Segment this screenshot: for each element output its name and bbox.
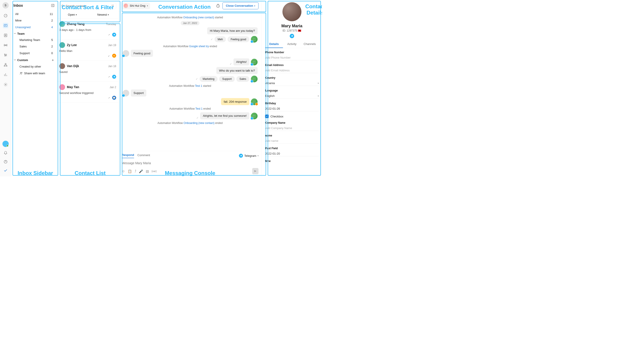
dashboard-icon[interactable] (3, 13, 8, 18)
details-tab-details[interactable]: Details (265, 41, 283, 48)
message-bubble: Support (131, 90, 146, 97)
contact-detail-avatar (282, 2, 302, 21)
name-field[interactable]: Add name (265, 138, 319, 144)
conversation-item[interactable]: Zy LeeJan 19 Hello Man ↙✦ (57, 40, 118, 61)
past-field[interactable]: 2022-01-20 (265, 151, 319, 156)
svg-rect-1 (4, 24, 7, 27)
date-divider: Jan 27, 2022 (181, 21, 200, 25)
quick-reply[interactable]: Feeling good (228, 37, 249, 42)
email-field[interactable]: Add Email Address (265, 68, 319, 73)
inbox-item-support[interactable]: Support0 (18, 50, 55, 56)
workflows-icon[interactable] (3, 52, 8, 58)
details-tab-channels[interactable]: Channels (301, 41, 319, 48)
tab-newest[interactable]: Newest ▾ (88, 11, 118, 19)
contact-details-panel: Mary Maria ID: 1297375 🇦🇱 Details Activi… (262, 0, 322, 177)
contact-msg-avatar (122, 50, 129, 57)
mic-icon[interactable]: 🎤 (139, 169, 143, 173)
broadcast-icon[interactable] (3, 43, 8, 48)
message-list: Automation Workflow Onboarding (new cont… (118, 12, 262, 151)
contact-list: Open ▾ Newest ▾ Zheng YangTuesday 3 days… (57, 0, 118, 177)
conversation-item[interactable]: Zheng YangTuesday 3 days ago - 1 days fr… (57, 19, 118, 40)
notifications-icon[interactable] (3, 150, 8, 156)
nav-rail: S (0, 0, 11, 177)
inbox-item-all[interactable]: All11 (14, 11, 55, 17)
add-custom-inbox-icon[interactable]: ＋ (51, 58, 54, 62)
inbox-title: Inbox (14, 3, 23, 8)
emoji-icon[interactable]: ☺ (122, 169, 125, 173)
quick-reply[interactable]: Meh (214, 37, 226, 42)
svg-rect-8 (5, 63, 6, 64)
country-select[interactable]: Albania▾ (265, 81, 319, 86)
workflow-link[interactable]: Test 1 (196, 107, 202, 110)
inbox-item-marketing-team[interactable]: Marketing Team5 (18, 37, 55, 43)
workspace-avatar[interactable]: S (2, 2, 9, 9)
language-select[interactable]: English▾ (265, 93, 319, 99)
check-icon: ✓ (211, 38, 213, 41)
settings-icon[interactable] (3, 82, 8, 87)
contact-msg-avatar (122, 90, 129, 97)
conversation-header: Shi Hui Ong ▾ Close Conversation ▾ (118, 0, 262, 12)
company-field[interactable]: Add Company Name (265, 126, 319, 131)
contact-avatar (59, 84, 65, 90)
snooze-icon[interactable] (216, 4, 220, 8)
contact-id: ID: 1297375 🇦🇱 (265, 29, 319, 32)
collapse-sidebar-icon[interactable] (51, 4, 55, 8)
quick-reply[interactable]: Sales (236, 76, 249, 82)
inbox-section-team[interactable]: ﹀Team (14, 31, 55, 37)
svg-rect-2 (4, 34, 7, 37)
send-button[interactable] (252, 168, 258, 174)
inbox-section-custom[interactable]: ﹀Custom＋ (14, 57, 55, 64)
message-bubble-warning: fail. 204 response (221, 98, 249, 105)
assignee-avatar (124, 4, 128, 8)
check-icon: ✓ (230, 62, 232, 66)
workflow-link[interactable]: Onboarding (new contact) (183, 16, 214, 19)
quick-reply[interactable]: Support (219, 76, 235, 82)
conversation-item[interactable]: May TanJan 2 Second workflow triggered ↗… (57, 82, 118, 103)
user-avatar[interactable] (2, 141, 9, 147)
contact-search[interactable] (59, 3, 116, 9)
birthday-field[interactable]: 2022-01-26 (265, 106, 319, 111)
help-icon[interactable] (3, 159, 8, 164)
check-icon[interactable] (3, 168, 8, 173)
quick-reply[interactable]: Marketing (200, 76, 218, 82)
workflow-link[interactable]: Onboarding (new contact) (184, 122, 214, 125)
inbox-item-mine[interactable]: Mine2 (14, 18, 55, 24)
message-input[interactable] (122, 160, 258, 166)
reports-icon[interactable] (3, 72, 8, 77)
system-message: Automation Workflow Test 1 ended (122, 107, 258, 110)
details-tab-activity[interactable]: Activity (283, 41, 301, 48)
svg-point-3 (5, 35, 6, 36)
workflow-link[interactable]: Test 1 (195, 84, 202, 88)
assignee-selector[interactable]: Shi Hui Ong ▾ (122, 3, 150, 9)
outgoing-icon: ↗ (107, 96, 111, 100)
snippet-icon[interactable]: ▤ (146, 169, 149, 173)
clipboard-icon[interactable]: 📋 (128, 169, 132, 173)
inbox-icon[interactable] (3, 23, 8, 28)
upload-icon[interactable]: ⤴ (134, 169, 136, 173)
conversation-item[interactable]: Van DijkJan 18 Saved ↗ (57, 61, 118, 82)
share-with-team[interactable]: Share with team (18, 70, 55, 77)
composer-channel-selector[interactable]: Telegram ▾ (239, 154, 258, 158)
contact-search-input[interactable] (66, 4, 110, 8)
system-message: Automation Workflow Onboarding (new cont… (122, 16, 258, 19)
tab-open[interactable]: Open ▾ (57, 11, 88, 19)
filter-icon[interactable] (111, 4, 114, 8)
variable-icon[interactable]: {var} (152, 170, 157, 173)
inbox-item-created-by-other[interactable]: Created by other (18, 64, 55, 70)
inbox-item-unassigned[interactable]: Unassigned4 (14, 24, 55, 31)
phone-number-field[interactable]: Add Phone Number (265, 55, 319, 60)
telegram-channel-icon[interactable] (290, 34, 294, 38)
composer-tab-comment[interactable]: Comment (138, 153, 150, 158)
close-conversation-button[interactable]: Close Conversation ▾ (222, 2, 258, 10)
composer-tab-respond[interactable]: Respond (122, 153, 134, 158)
check-icon: ✓ (196, 116, 198, 119)
svg-point-16 (62, 5, 63, 7)
workflow-link[interactable]: Google sheet try (189, 45, 209, 48)
contact-avatar (59, 21, 65, 27)
svg-point-6 (6, 55, 6, 55)
contacts-icon[interactable] (3, 33, 8, 38)
checkbox-field[interactable]: ✓ (265, 115, 269, 118)
org-icon[interactable] (3, 62, 8, 68)
message-bubble: Hi Mary Maria, how are you today? (207, 27, 258, 35)
inbox-item-sales[interactable]: Sales2 (18, 43, 55, 50)
